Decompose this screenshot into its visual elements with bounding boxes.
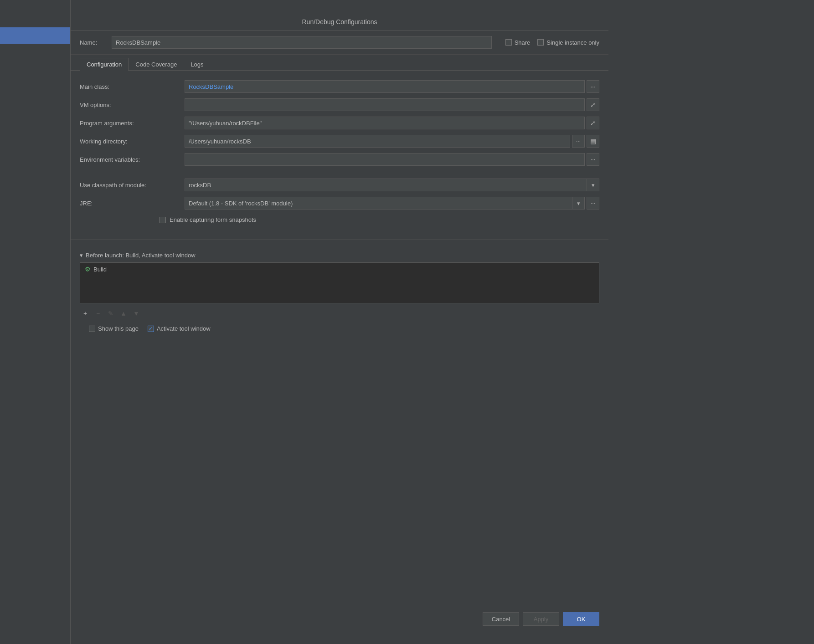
build-label: Build (93, 266, 107, 273)
checkmark-icon: ✓ (149, 326, 153, 332)
enable-snapshots-checkbox[interactable] (160, 217, 166, 223)
classpath-select[interactable]: rocksDB (185, 179, 599, 191)
env-vars-browse-btn[interactable]: ··· (587, 153, 599, 166)
main-class-label: Main class: (80, 83, 185, 90)
show-page-checkbox[interactable] (89, 326, 95, 332)
tab-code-coverage[interactable]: Code Coverage (129, 58, 184, 71)
main-class-row: Main class: ··· (80, 80, 599, 93)
jre-select-wrapper: Default (1.8 - SDK of 'rocksDB' module) … (185, 197, 585, 210)
working-dir-label: Working directory: (80, 138, 185, 145)
env-vars-row: Environment variables: ··· (80, 153, 599, 166)
single-instance-label: Single instance only (546, 39, 599, 46)
working-dir-input[interactable] (185, 135, 570, 148)
expand-icon2: ⤢ (590, 119, 596, 127)
jre-label: JRE: (80, 200, 185, 207)
remove-launch-btn[interactable]: − (93, 308, 103, 319)
classpath-row: Use classpath of module: rocksDB ▾ (80, 178, 599, 192)
edit-icon: ✎ (108, 310, 113, 317)
folder-icon: ▤ (590, 138, 596, 145)
vm-options-input[interactable] (185, 98, 585, 111)
sidebar (0, 0, 71, 644)
program-args-row: Program arguments: ⤢ (80, 116, 599, 130)
single-instance-checkbox-group[interactable]: Single instance only (537, 39, 599, 46)
share-checkbox-group[interactable]: Share (505, 39, 531, 46)
share-checkbox[interactable] (505, 39, 512, 46)
program-args-input[interactable] (185, 117, 585, 129)
program-args-input-group: ⤢ (185, 117, 599, 129)
enable-snapshots-row: Enable capturing form snapshots (160, 216, 599, 223)
working-dir-row: Working directory: ··· ▤ (80, 134, 599, 148)
classpath-select-wrapper: rocksDB ▾ (185, 179, 599, 191)
dialog-header: Name: Share Single instance only (71, 31, 608, 55)
expand-icon: ⤢ (590, 101, 596, 108)
working-dir-dots-btn[interactable]: ··· (572, 135, 585, 148)
edit-launch-btn[interactable]: ✎ (105, 308, 116, 319)
up-icon: ▲ (120, 310, 127, 317)
before-launch-title: Before launch: Build, Activate tool wind… (86, 252, 196, 259)
activate-tool-label: Activate tool window (157, 325, 211, 332)
build-list-item: ⚙ Build (80, 263, 599, 276)
dialog-title: Run/Debug Configurations (302, 18, 377, 26)
name-label: Name: (80, 39, 107, 46)
working-dir-folder-btn[interactable]: ▤ (587, 135, 599, 148)
browse-icon: ··· (590, 83, 596, 90)
move-up-launch-btn[interactable]: ▲ (118, 308, 129, 319)
jre-input-group: Default (1.8 - SDK of 'rocksDB' module) … (185, 197, 599, 210)
main-class-browse-btn[interactable]: ··· (587, 80, 599, 93)
activate-tool-group: ✓ Activate tool window (148, 325, 211, 332)
cancel-button[interactable]: Cancel (483, 612, 519, 626)
vm-options-expand-btn[interactable]: ⤢ (587, 98, 599, 111)
main-class-input[interactable] (185, 80, 585, 93)
before-launch-section: ▾ Before launch: Build, Activate tool wi… (71, 247, 608, 337)
before-launch-list: ⚙ Build (80, 262, 599, 303)
sidebar-item-selected[interactable] (0, 27, 70, 44)
three-dots-icon: ··· (576, 138, 581, 144)
header-right: Share Single instance only (505, 39, 599, 46)
show-page-group: Show this page (89, 325, 139, 332)
jre-dots-icon: ··· (591, 200, 595, 206)
tab-configuration[interactable]: Configuration (80, 58, 129, 71)
dialog-footer: Cancel Apply OK (71, 605, 608, 633)
activate-tool-checkbox[interactable]: ✓ (148, 326, 154, 332)
vm-options-row: VM options: ⤢ (80, 98, 599, 112)
add-launch-btn[interactable]: + (80, 308, 91, 319)
env-dots-icon: ··· (591, 156, 595, 163)
tabs-bar: Configuration Code Coverage Logs (71, 55, 608, 71)
move-down-launch-btn[interactable]: ▼ (131, 308, 142, 319)
jre-select[interactable]: Default (1.8 - SDK of 'rocksDB' module) (185, 197, 585, 210)
jre-row: JRE: Default (1.8 - SDK of 'rocksDB' mod… (80, 196, 599, 210)
program-args-label: Program arguments: (80, 120, 185, 127)
env-vars-input[interactable] (185, 153, 585, 166)
launch-toolbar: + − ✎ ▲ ▼ (80, 306, 599, 321)
main-class-input-group: ··· (185, 80, 599, 93)
classpath-label: Use classpath of module: (80, 182, 185, 189)
tab-logs[interactable]: Logs (184, 58, 210, 71)
dialog-titlebar: Run/Debug Configurations (71, 14, 608, 31)
apply-button[interactable]: Apply (523, 612, 559, 626)
build-icon: ⚙ (85, 266, 91, 273)
add-icon: + (83, 310, 87, 317)
ok-button[interactable]: OK (563, 612, 599, 626)
down-icon: ▼ (133, 310, 139, 317)
form-content: Main class: ··· VM options: ⤢ (71, 71, 608, 232)
vm-options-input-group: ⤢ (185, 98, 599, 111)
before-launch-header: ▾ Before launch: Build, Activate tool wi… (80, 252, 599, 259)
vm-options-label: VM options: (80, 102, 185, 108)
collapse-icon[interactable]: ▾ (80, 252, 83, 259)
env-vars-label: Environment variables: (80, 156, 185, 163)
bottom-options: Show this page ✓ Activate tool window (80, 321, 599, 337)
show-page-label: Show this page (98, 325, 139, 332)
env-vars-input-group: ··· (185, 153, 599, 166)
jre-browse-btn[interactable]: ··· (587, 197, 599, 210)
enable-snapshots-label: Enable capturing form snapshots (170, 216, 256, 223)
name-input[interactable] (112, 36, 492, 49)
dialog-wrapper: Run/Debug Configurations Name: Share Sin… (0, 0, 814, 644)
working-dir-input-group: ··· ▤ (185, 135, 599, 148)
program-args-expand-btn[interactable]: ⤢ (587, 117, 599, 129)
remove-icon: − (96, 310, 100, 317)
share-label: Share (515, 39, 531, 46)
single-instance-checkbox[interactable] (537, 39, 544, 46)
